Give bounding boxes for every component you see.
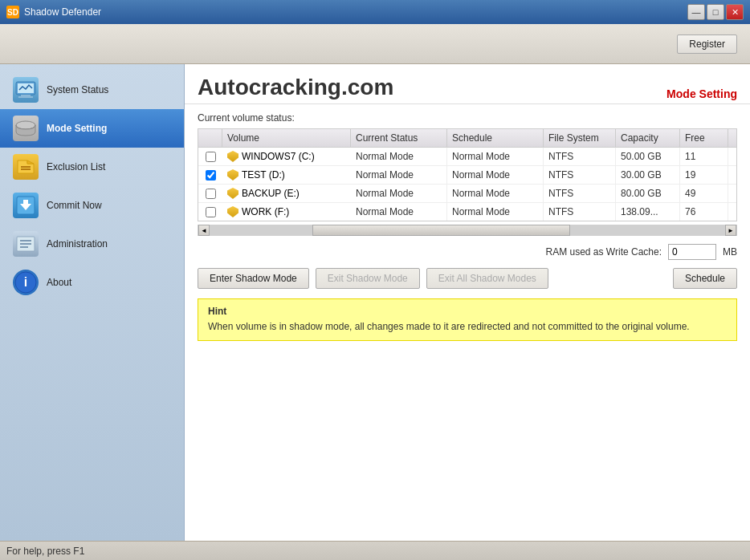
app-title: Shadow Defender bbox=[24, 6, 687, 18]
sidebar-item-mode-setting[interactable]: Mode Setting bbox=[0, 109, 184, 148]
svg-text:i: i bbox=[24, 275, 27, 289]
shield-icon-1 bbox=[227, 151, 238, 162]
row3-capacity: 80.00 GB bbox=[616, 185, 680, 202]
row2-current-status: Normal Mode bbox=[351, 166, 447, 184]
mode-setting-icon bbox=[13, 116, 39, 141]
system-status-label: System Status bbox=[47, 84, 108, 95]
exit-all-shadow-modes-button[interactable]: Exit All Shadow Modes bbox=[426, 268, 548, 289]
row3-schedule: Normal Mode bbox=[447, 185, 544, 202]
row3-volume: BACKUP (E:) bbox=[222, 185, 351, 202]
maximize-button[interactable]: □ bbox=[707, 4, 724, 20]
row1-checkbox[interactable] bbox=[206, 152, 216, 162]
minimize-button[interactable]: — bbox=[687, 4, 705, 20]
administration-icon bbox=[13, 231, 39, 257]
header-capacity: Capacity bbox=[616, 129, 680, 147]
header-free: Free bbox=[680, 129, 728, 147]
header-current-status: Current Status bbox=[351, 129, 447, 147]
row4-schedule: Normal Mode bbox=[447, 203, 544, 221]
header-file-system: File System bbox=[544, 129, 616, 147]
volume-table: Volume Current Status Schedule File Syst… bbox=[198, 128, 737, 221]
status-text: For help, press F1 bbox=[6, 546, 84, 557]
row1-volume: WINDOWS7 (C:) bbox=[222, 148, 351, 165]
row3-checkbox-cell bbox=[198, 185, 222, 202]
scroll-track[interactable] bbox=[210, 225, 725, 236]
administration-label: Administration bbox=[47, 238, 108, 250]
ram-cache-row: RAM used as Write Cache: MB bbox=[198, 239, 737, 265]
mode-setting-label: Mode Setting bbox=[47, 123, 107, 134]
row2-schedule: Normal Mode bbox=[447, 166, 544, 184]
panel-content: Current volume status: Volume Current St… bbox=[185, 104, 750, 541]
about-label: About bbox=[47, 277, 71, 288]
row1-volume-name: WINDOWS7 (C:) bbox=[242, 151, 315, 162]
table-header: Volume Current Status Schedule File Syst… bbox=[198, 129, 736, 148]
row2-checkbox-cell bbox=[198, 167, 222, 184]
main-container: Register System Status bbox=[0, 24, 750, 560]
row1-current-status: Normal Mode bbox=[351, 148, 447, 165]
row3-checkbox[interactable] bbox=[206, 189, 216, 199]
ram-cache-input[interactable] bbox=[668, 244, 716, 260]
system-status-icon bbox=[13, 77, 39, 103]
row4-filesystem: NTFS bbox=[544, 203, 616, 221]
row1-checkbox-cell bbox=[198, 148, 222, 165]
ram-cache-unit: MB bbox=[723, 246, 737, 258]
sidebar-item-exclusion-list[interactable]: Exclusion List bbox=[0, 148, 184, 186]
panel-title: Mode Setting bbox=[666, 87, 737, 100]
row4-free: 76 bbox=[680, 203, 728, 221]
header-volume: Volume bbox=[222, 129, 351, 147]
sidebar-item-administration[interactable]: Administration bbox=[0, 225, 184, 263]
row2-free: 19 bbox=[680, 166, 728, 184]
content-area: System Status Mode Setting bbox=[0, 64, 750, 541]
sidebar-item-about[interactable]: i About bbox=[0, 263, 184, 302]
row4-volume-name: WORK (F:) bbox=[242, 206, 289, 217]
register-button[interactable]: Register bbox=[677, 34, 737, 54]
horizontal-scrollbar[interactable]: ◄ ► bbox=[198, 225, 737, 236]
shield-icon-3 bbox=[227, 188, 238, 199]
schedule-button[interactable]: Schedule bbox=[673, 268, 737, 289]
panel-header: Autocracking.com Mode Setting bbox=[185, 64, 750, 104]
row2-filesystem: NTFS bbox=[544, 166, 616, 184]
header-bar: Register bbox=[0, 24, 750, 64]
shield-icon-2 bbox=[227, 169, 238, 181]
row3-filesystem: NTFS bbox=[544, 185, 616, 202]
table-row: WINDOWS7 (C:) Normal Mode Normal Mode NT… bbox=[198, 148, 736, 166]
row2-checkbox[interactable] bbox=[206, 170, 216, 181]
row1-schedule: Normal Mode bbox=[447, 148, 544, 165]
row2-volume-name: TEST (D:) bbox=[242, 169, 285, 181]
main-panel: Autocracking.com Mode Setting Current vo… bbox=[185, 64, 750, 541]
action-buttons: Enter Shadow Mode Exit Shadow Mode Exit … bbox=[198, 265, 737, 295]
scroll-thumb[interactable] bbox=[312, 225, 570, 236]
row3-current-status: Normal Mode bbox=[351, 185, 447, 202]
row4-volume: WORK (F:) bbox=[222, 203, 351, 221]
header-checkbox bbox=[198, 129, 222, 147]
window-controls: — □ ✕ bbox=[687, 4, 744, 20]
about-icon: i bbox=[13, 270, 39, 295]
hint-box: Hint When volume is in shadow mode, all … bbox=[198, 298, 737, 341]
commit-now-icon bbox=[13, 193, 39, 218]
exclusion-list-label: Exclusion List bbox=[47, 161, 105, 172]
exit-shadow-mode-button[interactable]: Exit Shadow Mode bbox=[316, 268, 420, 289]
table-row: WORK (F:) Normal Mode Normal Mode NTFS 1… bbox=[198, 203, 736, 221]
scroll-left-button[interactable]: ◄ bbox=[198, 225, 210, 236]
sidebar: System Status Mode Setting bbox=[0, 64, 185, 541]
row1-free: 11 bbox=[680, 148, 728, 165]
app-icon: SD bbox=[6, 6, 19, 18]
ram-cache-label: RAM used as Write Cache: bbox=[546, 246, 662, 258]
row4-checkbox[interactable] bbox=[206, 207, 216, 217]
row3-volume-name: BACKUP (E:) bbox=[242, 188, 300, 199]
exclusion-list-icon bbox=[13, 154, 39, 180]
close-button[interactable]: ✕ bbox=[726, 4, 744, 20]
row2-volume: TEST (D:) bbox=[222, 166, 351, 184]
svg-rect-2 bbox=[18, 96, 33, 98]
row1-filesystem: NTFS bbox=[544, 148, 616, 165]
table-row: TEST (D:) Normal Mode Normal Mode NTFS 3… bbox=[198, 166, 736, 185]
enter-shadow-mode-button[interactable]: Enter Shadow Mode bbox=[198, 268, 309, 289]
scroll-right-button[interactable]: ► bbox=[725, 225, 736, 236]
shield-icon-4 bbox=[227, 206, 238, 217]
title-bar: SD Shadow Defender — □ ✕ bbox=[0, 0, 750, 24]
sidebar-item-system-status[interactable]: System Status bbox=[0, 71, 184, 109]
table-row: BACKUP (E:) Normal Mode Normal Mode NTFS… bbox=[198, 185, 736, 203]
row2-capacity: 30.00 GB bbox=[616, 166, 680, 184]
sidebar-item-commit-now[interactable]: Commit Now bbox=[0, 186, 184, 225]
hint-text: When volume is in shadow mode, all chang… bbox=[208, 320, 727, 334]
watermark-text: Autocracking.com bbox=[198, 75, 393, 100]
